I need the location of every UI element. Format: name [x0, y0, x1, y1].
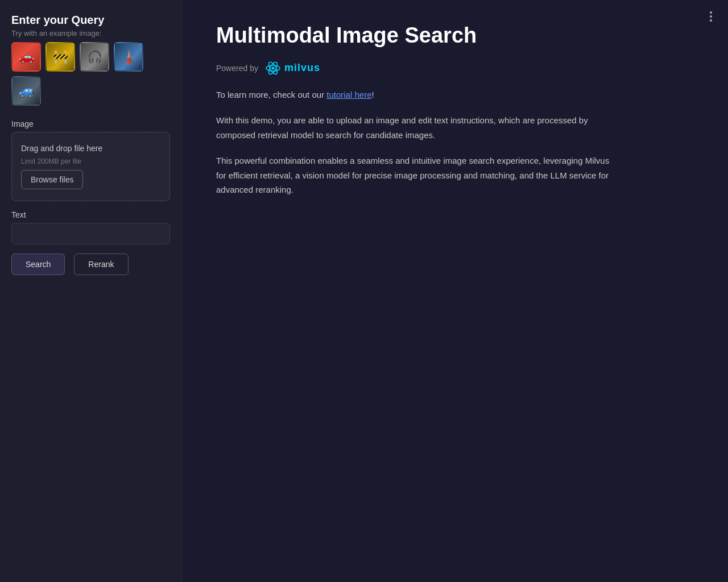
text-section: Text — [11, 210, 170, 244]
text-label: Text — [11, 210, 170, 219]
dot-1 — [710, 11, 712, 14]
image-label: Image — [11, 119, 170, 128]
tutorial-paragraph: To learn more, check out our tutorial he… — [216, 88, 614, 102]
left-panel: Enter your Query Try with an example ima… — [0, 0, 182, 582]
dot-2 — [710, 15, 712, 18]
svg-point-3 — [271, 66, 274, 69]
tutorial-suffix: ! — [371, 90, 374, 99]
description2: This powerful combination enables a seam… — [216, 153, 614, 197]
text-input[interactable] — [11, 223, 170, 244]
browse-files-button[interactable]: Browse files — [21, 170, 83, 189]
dropzone[interactable]: Drag and drop file here Limit 200MB per … — [11, 132, 170, 201]
query-section: Enter your Query Try with an example ima… — [11, 14, 170, 110]
example-thumb-headphones[interactable] — [80, 42, 109, 72]
dropzone-limit: Limit 200MB per file — [21, 157, 160, 165]
example-images-row — [11, 42, 170, 106]
top-bar — [705, 7, 717, 26]
menu-dots-button[interactable] — [705, 7, 717, 26]
search-button[interactable]: Search — [11, 253, 65, 275]
example-label: Try with an example image: — [11, 29, 170, 38]
milvus-name: milvus — [284, 62, 320, 74]
action-buttons: Search Rerank — [11, 253, 170, 275]
powered-by-text: Powered by — [216, 64, 258, 73]
description1: With this demo, you are able to upload a… — [216, 113, 614, 142]
right-panel: Multimodal Image Search Powered by milvu… — [182, 0, 728, 582]
example-thumb-excavator[interactable] — [46, 42, 75, 72]
main-title: Multimodal Image Search — [216, 23, 694, 49]
example-thumb-darkcar[interactable] — [11, 76, 41, 106]
query-title: Enter your Query — [11, 14, 170, 27]
tutorial-link[interactable]: tutorial here — [326, 90, 371, 99]
image-section: Image Drag and drop file here Limit 200M… — [11, 119, 170, 201]
rerank-button[interactable]: Rerank — [74, 253, 128, 275]
milvus-logo: milvus — [265, 60, 320, 76]
example-thumb-eiffel[interactable] — [114, 42, 143, 72]
tutorial-prefix: To learn more, check out our — [216, 90, 326, 99]
example-thumb-car[interactable] — [11, 42, 41, 72]
milvus-icon — [265, 60, 281, 76]
powered-by-row: Powered by milvus — [216, 60, 694, 76]
dot-3 — [710, 19, 712, 22]
dropzone-title: Drag and drop file here — [21, 144, 160, 153]
